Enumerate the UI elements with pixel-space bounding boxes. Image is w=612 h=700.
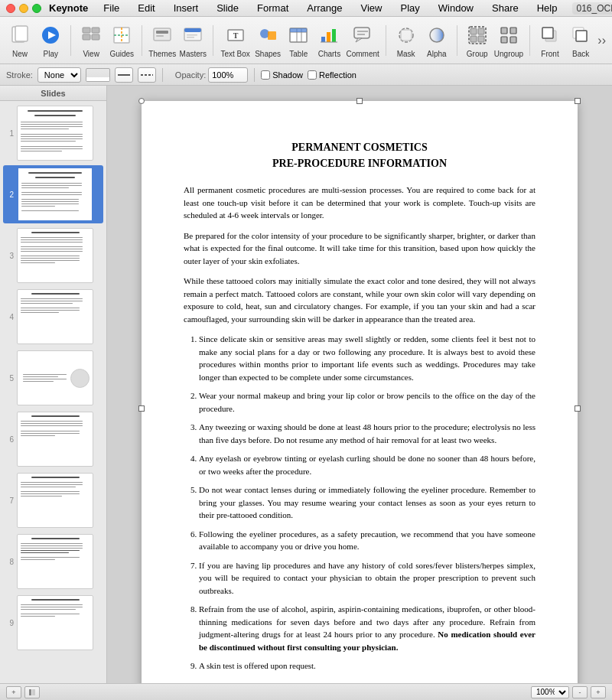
- reflection-label: Reflection: [319, 70, 356, 80]
- new-button[interactable]: New: [6, 20, 34, 61]
- slide-thumb-7[interactable]: 7: [3, 471, 103, 529]
- stroke-select[interactable]: None: [37, 67, 81, 83]
- close-button[interactable]: [6, 4, 15, 13]
- slide-thumb-6[interactable]: 6: [3, 410, 103, 468]
- menu-help[interactable]: Help: [534, 2, 561, 14]
- slide-thumb-8[interactable]: 8: [3, 532, 103, 591]
- slide-canvas: PERMANENT COSMETICS PRE-PROCEDURE INFORM…: [142, 101, 578, 683]
- svg-rect-11: [154, 28, 171, 41]
- ungroup-button[interactable]: Ungroup: [494, 20, 523, 61]
- textbox-button[interactable]: T Text Box: [220, 20, 251, 61]
- slide-thumb-2[interactable]: 2: [3, 165, 103, 223]
- separator-3: [213, 25, 213, 56]
- slide-body: All permanent cosmetic procedures are mu…: [184, 184, 536, 672]
- play-button[interactable]: Play: [37, 20, 64, 61]
- slide-thumb-3[interactable]: 3: [3, 226, 103, 285]
- filename-label: 016_OCR: [576, 3, 612, 14]
- stroke-width-btn[interactable]: [115, 67, 133, 83]
- handle-tr[interactable]: [575, 98, 581, 104]
- slide-num-7: 7: [5, 497, 14, 505]
- slide-title: PERMANENT COSMETICS PRE-PROCEDURE INFORM…: [184, 139, 536, 171]
- shadow-checkbox[interactable]: [261, 70, 270, 80]
- mask-icon: [394, 23, 418, 47]
- handle-ml[interactable]: [138, 405, 145, 412]
- alpha-button[interactable]: Alpha: [423, 20, 451, 61]
- handle-mr[interactable]: [575, 405, 581, 412]
- menu-play[interactable]: Play: [397, 2, 422, 14]
- masters-icon: [181, 23, 205, 47]
- svg-text:T: T: [233, 31, 238, 40]
- toolbar: New Play View: [0, 17, 612, 64]
- handle-tl[interactable]: [138, 98, 145, 104]
- line-style-btn[interactable]: [138, 67, 156, 83]
- comment-icon: [350, 23, 375, 47]
- themes-button[interactable]: Themes: [148, 20, 176, 61]
- separator-5: [457, 25, 457, 56]
- formatbar: Stroke: None Opacity: 100% Shadow Reflec…: [0, 64, 612, 86]
- view-button[interactable]: View: [77, 20, 105, 61]
- themes-icon: [150, 23, 174, 47]
- opacity-group: Opacity: 100%: [175, 67, 248, 83]
- add-slide-button[interactable]: +: [6, 686, 21, 698]
- zoom-minus-button[interactable]: -: [572, 686, 588, 698]
- svg-rect-21: [268, 31, 276, 40]
- svg-rect-36: [401, 30, 412, 41]
- list-item-1: Since delicate skin or sensitive areas m…: [199, 333, 536, 383]
- minimize-button[interactable]: [19, 4, 28, 13]
- slide-thumb-4[interactable]: 4: [3, 288, 103, 346]
- new-label: New: [12, 50, 28, 58]
- handle-tm[interactable]: [356, 98, 363, 104]
- menu-edit[interactable]: Edit: [135, 2, 158, 14]
- slide-thumb-5[interactable]: 5: [3, 349, 103, 407]
- color-swatch[interactable]: [86, 68, 110, 82]
- svg-rect-40: [470, 36, 477, 42]
- svg-rect-51: [118, 74, 130, 76]
- alpha-label: Alpha: [427, 50, 447, 58]
- svg-rect-53: [29, 689, 31, 695]
- menu-insert[interactable]: Insert: [171, 2, 202, 14]
- svg-rect-41: [478, 36, 484, 42]
- menu-format[interactable]: Format: [254, 2, 291, 14]
- canvas-area[interactable]: PERMANENT COSMETICS PRE-PROCEDURE INFORM…: [107, 86, 612, 683]
- group-button[interactable]: Group: [464, 20, 491, 61]
- opacity-input[interactable]: 100%: [208, 67, 248, 83]
- menu-file[interactable]: File: [100, 2, 122, 14]
- formatbar-divider-1: [162, 68, 163, 82]
- slides-list: 1: [0, 101, 106, 683]
- slide-num-3: 3: [5, 252, 14, 260]
- svg-rect-16: [187, 34, 197, 36]
- separator-6: [529, 25, 530, 56]
- table-button[interactable]: Table: [285, 20, 312, 61]
- svg-rect-44: [510, 28, 516, 34]
- menu-share[interactable]: Share: [489, 2, 522, 14]
- menu-arrange[interactable]: Arrange: [304, 2, 345, 14]
- menu-view[interactable]: View: [358, 2, 386, 14]
- statusbar-right: 100% - +: [531, 686, 606, 698]
- slide-thumb-1[interactable]: 1: [3, 104, 103, 162]
- back-button[interactable]: Back: [567, 20, 594, 61]
- reflection-checkbox[interactable]: [308, 70, 317, 80]
- maximize-button[interactable]: [32, 4, 41, 13]
- filename-button[interactable]: 016_OCR ▾: [572, 2, 612, 15]
- comment-label: Comment: [346, 50, 379, 58]
- zoom-plus-button[interactable]: +: [591, 686, 606, 698]
- slide-para-2: Be prepared for the color intensity of y…: [184, 230, 536, 268]
- menu-window[interactable]: Window: [435, 2, 477, 14]
- ungroup-icon: [496, 23, 521, 47]
- masters-button[interactable]: Masters: [179, 20, 207, 61]
- mask-button[interactable]: Mask: [392, 20, 420, 61]
- menu-slide[interactable]: Slide: [213, 2, 242, 14]
- charts-button[interactable]: Charts: [315, 20, 343, 61]
- slide-thumb-9[interactable]: 9: [3, 594, 103, 652]
- comment-button[interactable]: Comment: [346, 20, 379, 61]
- shapes-button[interactable]: Shapes: [254, 20, 282, 61]
- list-item-4: Any eyelash or eyebrow tinting or eyelas…: [199, 452, 536, 477]
- guides-button[interactable]: Guides: [108, 20, 135, 61]
- svg-point-37: [430, 28, 444, 42]
- separator-1: [70, 25, 71, 56]
- toolbar-overflow[interactable]: ››: [597, 34, 606, 47]
- zoom-select[interactable]: 100%: [531, 686, 569, 698]
- toggle-panel-button[interactable]: [24, 686, 40, 698]
- front-button[interactable]: Front: [536, 20, 564, 61]
- slide-num-6: 6: [5, 435, 14, 444]
